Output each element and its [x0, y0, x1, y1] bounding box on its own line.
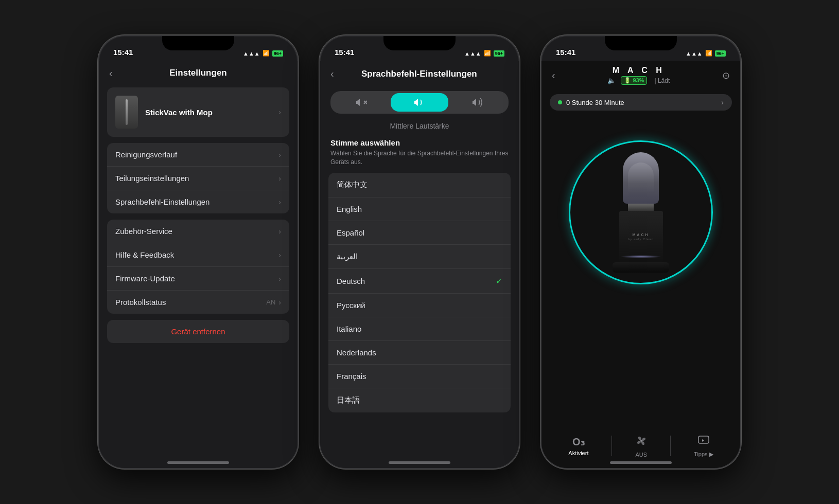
page-title-1: Einstellungen	[169, 68, 226, 78]
lang-name-german: Deutsch	[337, 277, 365, 285]
volume-selector	[330, 91, 509, 114]
back-button-2[interactable]: ‹	[330, 68, 334, 80]
nav-header-1: ‹ Einstellungen	[99, 61, 298, 85]
back-button-3[interactable]: ‹	[552, 69, 555, 81]
remove-device-button[interactable]: Gerät entfernen	[107, 320, 289, 343]
lang-name-japanese: 日本語	[337, 395, 360, 405]
status-icons-2: ▲▲▲ 📶 96+	[464, 50, 504, 57]
menu-item-protokoll[interactable]: Protokollstatus AN ›	[107, 291, 289, 314]
device-info: StickVac with Mop	[115, 96, 213, 129]
battery-status: 🔋 93%	[621, 76, 647, 85]
tab-divider	[611, 436, 612, 456]
time-banner-chevron: ›	[721, 98, 724, 106]
lang-name-spanish: Español	[337, 228, 364, 237]
mach-logo-area: M A C H 🔈 🔋 93% | Lädt	[607, 66, 670, 85]
menu-right-reinigung: ›	[278, 151, 281, 159]
svg-rect-3	[698, 436, 709, 443]
time-2: 15:41	[335, 48, 354, 57]
wifi-icon-1: 📶	[263, 50, 270, 57]
vol-mute-btn[interactable]	[333, 93, 390, 112]
screen-1: ‹ Einstellungen StickVac with Mop › Rein…	[99, 61, 298, 468]
menu-right-teilung: ›	[278, 174, 281, 183]
tab-ozone[interactable]: O₃ Aktiviert	[568, 436, 588, 456]
lang-name-dutch: Nederlands	[337, 348, 376, 357]
menu-section-1: Reinigungsverlauf › Teilungseinstellunge…	[107, 143, 289, 213]
menu-section-2: Zubehör-Service › Hilfe & Feedback › Fir…	[107, 220, 289, 314]
time-dot	[558, 100, 562, 104]
device-card[interactable]: StickVac with Mop ›	[107, 87, 289, 137]
page-title-2: Sprachbefehl-Einstellungen	[340, 69, 498, 79]
tab-fan[interactable]: AUS	[635, 435, 648, 458]
chevron-hilfe: ›	[278, 251, 281, 259]
tab-tips[interactable]: Tipps ▶	[694, 434, 713, 458]
screen-2: ‹ Sprachbefehl-Einstellungen	[320, 61, 519, 468]
nav-header-3: ‹ M A C H 🔈 🔋 93% | Lädt ⊙	[541, 61, 740, 90]
status-icons-1: ▲▲▲ 📶 96+	[243, 50, 283, 57]
bottom-tabs: O₃ Aktiviert AUS	[541, 434, 740, 458]
lang-dutch[interactable]: Nederlands	[328, 341, 511, 365]
lang-french[interactable]: Français	[328, 365, 511, 388]
chevron-zubehoer: ›	[278, 227, 281, 236]
menu-right-protokoll: AN ›	[266, 298, 281, 307]
menu-item-zubehoer[interactable]: Zubehör-Service ›	[107, 220, 289, 243]
status-bar-1: 15:41 ▲▲▲ 📶 96+	[99, 36, 298, 61]
signal-icon-2: ▲▲▲	[464, 50, 481, 57]
device-status-row: 🔈 🔋 93% | Lädt	[607, 76, 670, 85]
lang-name-english: English	[337, 205, 362, 213]
menu-item-hilfe[interactable]: Hilfe & Feedback ›	[107, 243, 289, 267]
mach-logo: M A C H	[613, 66, 665, 75]
device-name: StickVac with Mop	[145, 108, 213, 117]
chevron-sprachbefehl: ›	[278, 198, 281, 206]
lang-english[interactable]: English	[328, 197, 511, 221]
lang-spanish[interactable]: Español	[328, 221, 511, 245]
menu-item-firmware[interactable]: Firmware-Update ›	[107, 267, 289, 291]
lang-japanese[interactable]: 日本語	[328, 388, 511, 412]
menu-item-sprachbefehl[interactable]: Sprachbefehl-Einstellungen ›	[107, 190, 289, 213]
time-1: 15:41	[113, 48, 133, 57]
menu-label-sprachbefehl: Sprachbefehl-Einstellungen	[115, 197, 209, 206]
tab-divider-2	[670, 436, 671, 456]
lang-italian[interactable]: Italiano	[328, 317, 511, 341]
home-indicator-3	[610, 461, 672, 464]
tips-icon	[697, 434, 710, 449]
chevron-protokoll: ›	[278, 298, 281, 307]
battery-3: 96+	[715, 50, 726, 57]
fan-icon	[635, 435, 648, 449]
signal-icon-3: ▲▲▲	[686, 50, 703, 57]
vacuum-top-dome	[623, 152, 659, 204]
lang-name-chinese: 简体中文	[337, 180, 368, 190]
wifi-icon-2: 📶	[484, 50, 491, 57]
phone-1: 15:41 ▲▲▲ 📶 96+ ‹ Einstellungen StickVac…	[98, 35, 299, 469]
tab-ozone-label: Aktiviert	[568, 450, 588, 456]
menu-item-teilung[interactable]: Teilungseinstellungen ›	[107, 167, 289, 190]
time-banner[interactable]: 0 Stunde 30 Minute ›	[550, 94, 732, 111]
vol-loud-btn[interactable]	[449, 93, 506, 112]
screen-3: ‹ M A C H 🔈 🔋 93% | Lädt ⊙ 0 Stunde 30 M…	[541, 61, 740, 468]
menu-label-reinigung: Reinigungsverlauf	[115, 150, 177, 159]
time-3: 15:41	[556, 48, 575, 57]
lang-name-italian: Italiano	[337, 325, 361, 333]
settings-icon-3[interactable]: ⊙	[722, 70, 730, 81]
menu-item-reinigung[interactable]: Reinigungsverlauf ›	[107, 143, 289, 167]
ozone-icon: O₃	[572, 436, 585, 448]
volume-label: Mittlere Lautstärke	[320, 122, 519, 130]
svg-point-2	[640, 440, 642, 442]
vacuum-base	[613, 262, 669, 273]
vol-mid-btn[interactable]	[391, 93, 448, 112]
lang-name-arabic: العربية	[337, 252, 358, 261]
time-banner-text: 0 Stunde 30 Minute	[558, 99, 624, 106]
lang-german[interactable]: Deutsch ✓	[328, 269, 511, 294]
lang-chinese[interactable]: 简体中文	[328, 173, 511, 197]
device-icon	[115, 96, 138, 129]
chevron-firmware: ›	[278, 275, 281, 283]
lang-russian[interactable]: Русский	[328, 294, 511, 317]
phone-3: 15:41 ▲▲▲ 📶 96+ ‹ M A C H 🔈 🔋 93% | Lädt…	[540, 35, 741, 469]
chevron-teilung: ›	[278, 174, 281, 183]
home-indicator-1	[167, 461, 229, 464]
dome-inner	[628, 163, 654, 193]
voice-select-title: Stimme auswählen	[320, 138, 519, 149]
brand-sub-label: by eufy Clean	[628, 238, 654, 241]
lang-arabic[interactable]: العربية	[328, 245, 511, 269]
back-button-1[interactable]: ‹	[109, 67, 113, 79]
vacuum-mid	[628, 204, 654, 211]
